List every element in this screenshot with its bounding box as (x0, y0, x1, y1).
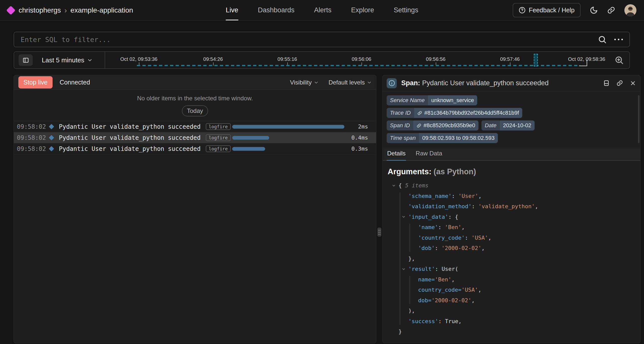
nav-tab-live[interactable]: Live (226, 0, 238, 20)
zoom-in-button[interactable] (614, 55, 624, 65)
nav-tab-settings[interactable]: Settings (394, 0, 418, 20)
span-diamond-icon (49, 146, 54, 151)
dark-mode-toggle[interactable] (590, 6, 598, 14)
split-view-button[interactable] (603, 80, 610, 87)
code-line: ), (388, 306, 635, 316)
timeline-tick-label: 09:55:16 (277, 56, 297, 62)
badge-span-id[interactable]: Span ID #8c85209cb935b9e0 (387, 120, 478, 131)
stop-live-button[interactable]: Stop live (18, 76, 53, 89)
log-timestamp: 09:58:02 (17, 123, 50, 130)
empty-window-message: No older items in the selected time wind… (14, 95, 376, 102)
span-detail-panel: Span:Pydantic User validate_python succe… (382, 75, 640, 343)
visibility-label: Visibility (290, 79, 312, 86)
code-token: 'USA' (461, 287, 478, 293)
badge-service-name[interactable]: Service Name unknown_service (387, 95, 477, 105)
duration-bar[interactable] (232, 136, 269, 140)
badge-value: 2024-10-02 (500, 120, 535, 131)
breadcrumb-project[interactable]: example-application (70, 6, 133, 14)
live-panel: Stop live Connected Visibility Default l… (14, 75, 376, 343)
code-token: , (451, 276, 455, 283)
nav-tab-alerts[interactable]: Alerts (314, 0, 331, 20)
code-line: }, (388, 253, 635, 264)
badge-time-span[interactable]: Time span 09:58:02.593 to 09:58:02.593 (387, 133, 498, 143)
span-title: Span:Pydantic User validate_python succe… (401, 79, 549, 87)
detail-tab-raw-data[interactable]: Raw Data (415, 147, 442, 161)
panel-resize-handle[interactable] (377, 228, 381, 237)
arguments-heading: Arguments: (as Python) (388, 167, 635, 176)
code-token: '2000-02-02' (441, 245, 481, 251)
code-line: 'success': True, (388, 316, 635, 327)
code-token: : True, (438, 318, 462, 324)
time-range-select[interactable]: Last 5 minutes (42, 56, 92, 64)
code-line: name='Ben', (388, 274, 635, 285)
chevron-down-icon (87, 58, 92, 63)
scrollbar-thumb[interactable] (638, 95, 639, 143)
chevron-down-icon (367, 80, 372, 85)
split-panel-icon (603, 80, 610, 87)
collapse-chevron-icon[interactable] (392, 184, 396, 187)
log-tag-badge[interactable]: logfire (206, 134, 231, 141)
log-tag-badge[interactable]: logfire (206, 123, 231, 130)
logfire-logo-icon[interactable] (6, 6, 16, 15)
nav-tab-dashboards[interactable]: Dashboards (258, 0, 295, 20)
sidebar-toggle-button[interactable] (19, 54, 33, 66)
timeline-bar: Last 5 minutes Oct 02, 09:53:3609:54:260… (14, 51, 630, 69)
empty-window-section: No older items in the selected time wind… (14, 90, 376, 121)
log-row[interactable]: 09:58:02 Pydantic User validate_python s… (14, 132, 376, 143)
code-line: 'country_code': 'USA', (388, 233, 635, 243)
feedback-help-button[interactable]: Feedback / Help (513, 3, 581, 17)
nav-tab-explore[interactable]: Explore (351, 0, 374, 20)
visibility-dropdown[interactable]: Visibility (290, 79, 318, 86)
code-token: , (535, 203, 538, 209)
duration-bar[interactable] (232, 125, 344, 128)
copy-span-link-button[interactable] (616, 80, 623, 87)
collapse-chevron-icon[interactable] (402, 267, 406, 271)
detail-tab-details[interactable]: Details (387, 147, 406, 161)
code-token: 'dob' (418, 245, 435, 251)
code-line: country_code='USA', (388, 285, 635, 295)
collapse-chevron-icon[interactable] (402, 215, 406, 219)
timeline-histogram-baseline (137, 65, 580, 66)
code-token: 'country_code' (418, 235, 465, 241)
live-panel-header: Stop live Connected Visibility Default l… (14, 75, 376, 90)
more-options-icon[interactable] (614, 39, 623, 40)
code-token: 'input_data' (408, 214, 448, 220)
timeline-activity-spike[interactable] (534, 54, 538, 66)
default-levels-dropdown[interactable]: Default levels (329, 79, 372, 86)
code-token: 'Ben' (445, 224, 461, 230)
code-token: 'validate_python' (478, 203, 535, 209)
code-token: , (478, 193, 481, 199)
timeline-divider (105, 52, 105, 68)
info-icon (387, 78, 397, 88)
close-panel-button[interactable] (630, 80, 636, 87)
log-tag-badge[interactable]: logfire (206, 145, 231, 152)
timeline-tick-label: 09:54:26 (203, 56, 223, 62)
badge-date[interactable]: Date 2024-10-02 (481, 120, 535, 131)
code-token: , (488, 235, 491, 241)
duration-bar[interactable] (232, 147, 265, 151)
badge-row: Service Name unknown_service (387, 95, 636, 105)
sql-filter-box (14, 32, 630, 47)
log-row[interactable]: 09:58:02 Pydantic User validate_python s… (14, 121, 376, 132)
duration-label: 2ms (358, 123, 368, 130)
user-avatar[interactable] (624, 4, 636, 16)
badge-value: unknown_service (428, 95, 477, 105)
sidebar-layout-icon (22, 57, 29, 64)
code-line: 'result': User( (388, 264, 635, 274)
copy-link-button[interactable] (607, 6, 615, 14)
log-timestamp: 09:58:02 (17, 145, 50, 152)
code-token: : User( (435, 266, 458, 272)
badge-value: 09:58:02.593 to 09:58:02.593 (419, 133, 498, 143)
timeline-now-marker (587, 60, 587, 66)
sql-filter-input[interactable] (21, 36, 598, 44)
today-button[interactable]: Today (182, 105, 208, 116)
link-icon (417, 111, 422, 115)
code-token: dob= (418, 297, 431, 304)
log-row[interactable]: 09:58:02 Pydantic User validate_python s… (14, 143, 376, 154)
breadcrumb-org[interactable]: christophergs (19, 6, 61, 14)
badge-trace-id[interactable]: Trace ID #81c364b79bbd92ef26b4dd5ff4c81b… (387, 108, 522, 118)
badge-value: #81c364b79bbd92ef26b4dd5ff4c81b9f (414, 108, 522, 118)
code-token: country_code= (418, 287, 461, 293)
code-token: 'Ben' (435, 276, 451, 283)
search-icon[interactable] (598, 35, 607, 44)
